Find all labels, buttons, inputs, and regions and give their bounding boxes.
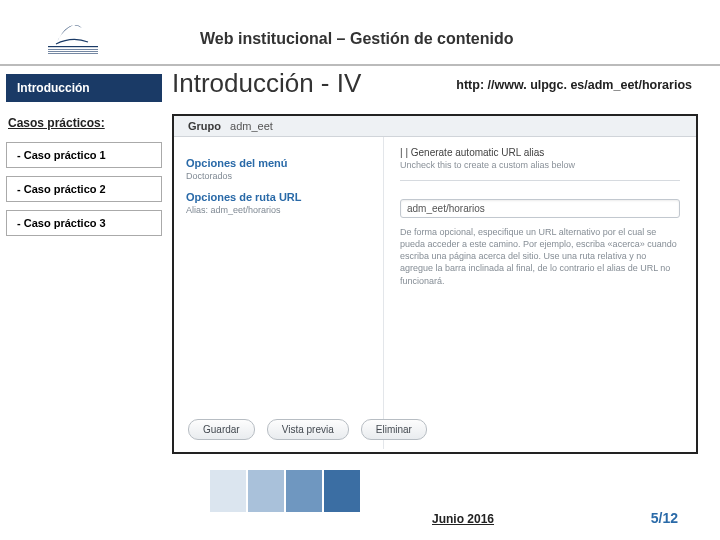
main-content: Introducción - IV http: //www. ulpgc. es… bbox=[172, 68, 698, 460]
sidebar-item-caso-3[interactable]: - Caso práctico 3 bbox=[6, 210, 162, 236]
sidebar-item-introduccion[interactable]: Introducción bbox=[6, 74, 162, 102]
slide-footer: Junio 2016 5/12 bbox=[0, 474, 720, 540]
url-path-bold: adm_eet/horarios bbox=[588, 78, 692, 92]
svg-rect-2 bbox=[48, 51, 98, 52]
url-options-sub: Alias: adm_eet/horarios bbox=[186, 205, 371, 215]
cms-screenshot: Grupo adm_eet Opciones del menú Doctorad… bbox=[172, 114, 698, 454]
ulpgc-logo bbox=[48, 14, 118, 58]
sidebar-section-label: Casos prácticos: bbox=[6, 114, 162, 134]
sidebar: Introducción Casos prácticos: - Caso prá… bbox=[6, 74, 162, 236]
auto-alias-checkbox[interactable]: | | Generate automatic URL alias bbox=[400, 145, 680, 158]
url-alias-input[interactable] bbox=[400, 199, 680, 218]
divider bbox=[400, 180, 680, 181]
svg-rect-0 bbox=[48, 46, 98, 47]
svg-rect-3 bbox=[48, 53, 98, 54]
group-header: Grupo adm_eet bbox=[174, 116, 696, 137]
form-actions: Guardar Vista previa Eliminar bbox=[188, 419, 427, 440]
sidebar-item-caso-1[interactable]: - Caso práctico 1 bbox=[6, 142, 162, 168]
decorative-blocks bbox=[210, 470, 360, 512]
url-alias-help: De forma opcional, especifique un URL al… bbox=[400, 226, 680, 287]
menu-options-title[interactable]: Opciones del menú bbox=[186, 157, 371, 169]
page-number: 5/12 bbox=[651, 510, 678, 526]
delete-button[interactable]: Eliminar bbox=[361, 419, 427, 440]
menu-options-sub: Doctorados bbox=[186, 171, 371, 181]
options-panel: | | Generate automatic URL alias Uncheck… bbox=[384, 137, 696, 449]
page-url: http: //www. ulpgc. es/adm_eet/horarios bbox=[456, 78, 692, 92]
sidebar-item-caso-2[interactable]: - Caso práctico 2 bbox=[6, 176, 162, 202]
options-sidebar: Opciones del menú Doctorados Opciones de… bbox=[174, 137, 384, 449]
footer-date: Junio 2016 bbox=[432, 512, 494, 526]
slide-header: Web institucional – Gestión de contenido bbox=[0, 0, 720, 66]
group-label: Grupo bbox=[188, 120, 221, 132]
url-prefix: http: //www. ulpgc. es/ bbox=[456, 78, 587, 92]
group-value: adm_eet bbox=[230, 120, 273, 132]
svg-rect-1 bbox=[48, 49, 98, 50]
save-button[interactable]: Guardar bbox=[188, 419, 255, 440]
header-title: Web institucional – Gestión de contenido bbox=[200, 30, 514, 48]
auto-alias-hint: Uncheck this to create a custom alias be… bbox=[400, 160, 680, 170]
preview-button[interactable]: Vista previa bbox=[267, 419, 349, 440]
url-options-title[interactable]: Opciones de ruta URL bbox=[186, 191, 371, 203]
